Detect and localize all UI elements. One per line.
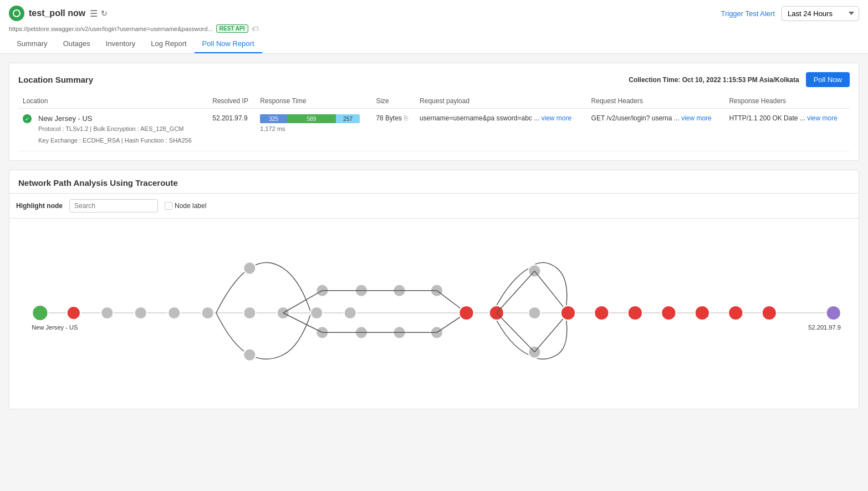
collection-time: Collection Time: Oct 10, 2022 1:15:53 PM… [629, 76, 799, 84]
table-row: New Jersey - US Protocol : TLSv1.2 | Bul… [18, 109, 850, 151]
node-7c[interactable] [243, 349, 256, 361]
tab-summary[interactable]: Summary [9, 35, 55, 53]
location-details: New Jersey - US Protocol : TLSv1.2 | Bul… [38, 114, 192, 145]
header-url-bar: https://petstore.swagger.io/v2/user/logi… [9, 24, 859, 33]
node-5[interactable] [168, 307, 180, 319]
header: test_poll now ☰ ↻ Trigger Test Alert Las… [0, 0, 868, 54]
size-info: 78 Bytes ⎘ [376, 114, 411, 122]
node-3[interactable] [101, 307, 113, 319]
app-icon [9, 6, 24, 21]
location-status-icon [23, 114, 32, 123]
trigger-alert-link[interactable]: Trigger Test Alert [721, 9, 775, 18]
node-2[interactable] [67, 306, 80, 320]
tab-log-report[interactable]: Log Report [143, 35, 194, 53]
cell-size: 78 Bytes ⎘ [371, 109, 415, 151]
node-label-text: Node label [175, 202, 206, 210]
col-size: Size [371, 94, 415, 109]
col-resolved-ip: Resolved IP [208, 94, 256, 109]
network-title-section: Network Path Analysis Using Traceroute [9, 170, 859, 194]
col-location: Location [18, 94, 208, 109]
app-icon-inner [13, 9, 21, 17]
network-controls: Highlight node Node label [9, 194, 859, 219]
response-headers-view-more[interactable]: view more [807, 114, 838, 122]
response-headers-text: HTTP/1.1 200 OK Date ... [729, 114, 807, 122]
node-red-9[interactable] [762, 306, 777, 320]
location-summary-header: Location Summary Collection Time: Oct 10… [18, 72, 850, 87]
node-4[interactable] [135, 307, 147, 319]
response-time-bar: 325 589 257 [260, 114, 360, 123]
location-cell-content: New Jersey - US Protocol : TLSv1.2 | Bul… [23, 114, 203, 145]
node-6[interactable] [202, 307, 214, 319]
cell-resolved-ip: 52.201.97.9 [208, 109, 256, 151]
node-red-7[interactable] [695, 306, 709, 320]
network-graph: New Jersey - US 52.201.97.9 [9, 219, 859, 409]
copy-icon[interactable]: ⎘ [404, 114, 408, 122]
node-10[interactable] [344, 307, 356, 319]
bar-ssl: 257 [336, 114, 360, 123]
header-top: test_poll now ☰ ↻ Trigger Test Alert Las… [9, 6, 859, 21]
cell-location: New Jersey - US Protocol : TLSv1.2 | Bul… [18, 109, 208, 151]
table-header-row: Location Resolved IP Response Time Size … [18, 94, 850, 109]
header-icons: ☰ ↻ [90, 8, 108, 19]
node-label-control: Node label [165, 202, 206, 210]
node-end[interactable] [826, 306, 841, 320]
node-7b[interactable] [243, 307, 256, 319]
menu-icon[interactable]: ☰ [90, 8, 98, 19]
node-start[interactable] [32, 305, 48, 321]
table-head: Location Resolved IP Response Time Size … [18, 94, 850, 109]
bar-connect: 589 [287, 114, 336, 123]
col-request-payload: Request payload [415, 94, 587, 109]
network-section-title: Network Path Analysis Using Traceroute [18, 178, 178, 188]
bar-dns-label: 325 [269, 116, 278, 122]
location-name: New Jersey - US [38, 114, 192, 123]
col-response-time: Response Time [256, 94, 371, 109]
start-label: New Jersey - US [32, 324, 78, 331]
node-7a[interactable] [243, 262, 256, 274]
size-value: 78 Bytes [376, 114, 402, 122]
location-summary-title: Location Summary [18, 75, 93, 84]
search-input[interactable] [69, 199, 158, 212]
col-request-headers: Request Headers [587, 94, 725, 109]
node-red-3[interactable] [561, 306, 575, 320]
tab-poll-now-report[interactable]: Poll Now Report [195, 35, 262, 53]
url-text: https://petstore.swagger.io/v2/user/logi… [9, 26, 213, 32]
node-red-8[interactable] [728, 306, 743, 320]
network-path-card: Network Path Analysis Using Traceroute H… [9, 170, 859, 409]
node-d3-center[interactable] [528, 307, 540, 319]
nav-tabs: Summary Outages Inventory Log Report Pol… [9, 35, 859, 53]
header-left: test_poll now ☰ ↻ [9, 6, 108, 21]
node-9[interactable] [310, 307, 323, 319]
node-red-1[interactable] [459, 306, 473, 320]
refresh-icon[interactable]: ↻ [101, 9, 108, 18]
bar-connect-label: 589 [307, 116, 316, 122]
request-payload-view-more[interactable]: view more [542, 114, 572, 122]
location-key-exchange: Key Exchange : ECDHE_RSA | Hash Function… [38, 136, 192, 146]
location-summary-card: Location Summary Collection Time: Oct 10… [9, 63, 859, 161]
poll-now-button[interactable]: Poll Now [806, 72, 850, 87]
rest-api-badge[interactable]: REST API [216, 24, 248, 33]
collection-time-value: Oct 10, 2022 1:15:53 PM Asia/Kolkata [682, 76, 799, 84]
header-actions: Collection Time: Oct 10, 2022 1:15:53 PM… [629, 72, 850, 87]
request-headers-text: GET /v2/user/login? userna ... [591, 114, 682, 122]
node-red-6[interactable] [661, 306, 676, 320]
node-red-5[interactable] [628, 306, 642, 320]
location-table: Location Resolved IP Response Time Size … [18, 94, 850, 151]
cell-response-headers: HTTP/1.1 200 OK Date ... view more [724, 109, 850, 151]
tab-inventory[interactable]: Inventory [98, 35, 143, 53]
tab-outages[interactable]: Outages [55, 35, 98, 53]
bar-dns: 325 [260, 114, 287, 123]
node-red-4[interactable] [594, 306, 609, 320]
resolved-ip-value: 52.201.97.9 [212, 114, 247, 122]
network-svg: New Jersey - US 52.201.97.9 [15, 230, 853, 396]
response-time-total: 1,172 ms [260, 125, 367, 132]
cell-request-payload: username=username&pa ssword=abc ... view… [415, 109, 587, 151]
monitor-name: test_poll now [29, 8, 85, 18]
svg-line-11 [497, 271, 535, 313]
cell-response-time: 325 589 257 1,172 ms [256, 109, 371, 151]
request-headers-view-more[interactable]: view more [681, 114, 712, 122]
main-content: Location Summary Collection Time: Oct 10… [0, 54, 868, 427]
header-right: Trigger Test Alert Last 1 Hour Last 6 Ho… [721, 6, 859, 21]
table-body: New Jersey - US Protocol : TLSv1.2 | Bul… [18, 109, 850, 151]
node-label-checkbox[interactable] [165, 202, 172, 210]
time-range-select[interactable]: Last 1 Hour Last 6 Hours Last 24 Hours L… [782, 6, 859, 21]
